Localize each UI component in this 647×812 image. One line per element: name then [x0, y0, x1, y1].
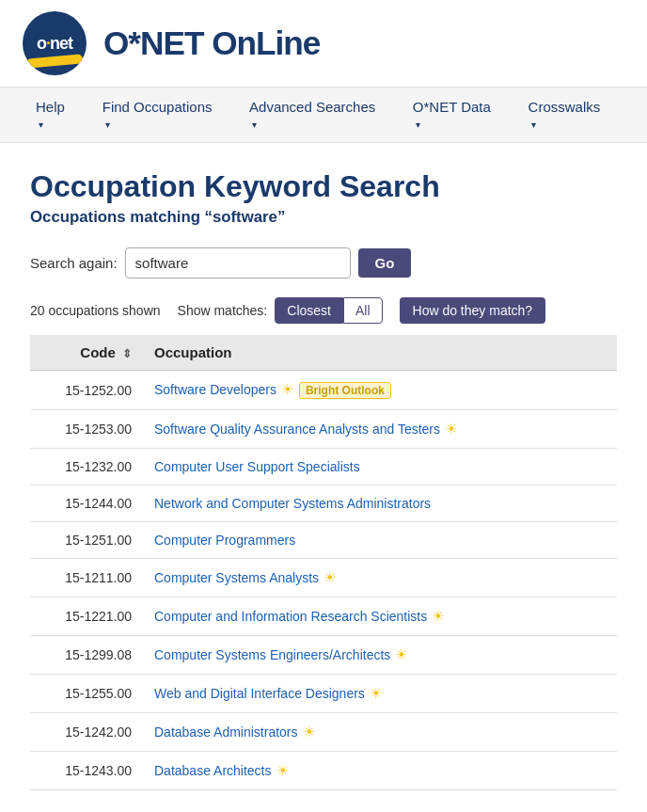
occupation-link[interactable]: Computer User Support Specialists: [154, 459, 360, 474]
nav-crosswalks[interactable]: Crosswalks ▾: [515, 88, 624, 142]
bright-star-icon: ☀: [324, 569, 336, 585]
occupation-link[interactable]: Computer and Information Research Scient…: [154, 609, 427, 624]
col-header-occupation: Occupation: [143, 335, 617, 371]
occupation-name: Computer and Information Research Scient…: [143, 597, 617, 636]
occupation-name: Database Administrators☀: [143, 713, 617, 752]
occupation-code: 15-1243.00: [30, 752, 143, 790]
bright-star-icon: ☀: [432, 608, 444, 624]
occupation-name: Computer Systems Analysts☀: [143, 559, 617, 597]
search-input[interactable]: [125, 247, 351, 279]
occupation-code: 15-1242.00: [30, 713, 143, 752]
occupation-code: 15-1211.00: [30, 559, 143, 597]
nav-help[interactable]: Help ▾: [23, 88, 89, 142]
bright-star-icon: ☀: [276, 762, 289, 778]
controls-row: 20 occupations shown Show matches: Close…: [30, 297, 617, 324]
occupation-link[interactable]: Database Architects: [154, 763, 272, 778]
occupation-link[interactable]: Computer Systems Engineers/Architects: [154, 647, 390, 662]
occupation-code: 15-1221.00: [30, 597, 143, 636]
bright-star-icon: ☀: [281, 381, 293, 397]
table-row: 15-1255.00Web and Digital Interface Desi…: [30, 675, 617, 713]
bright-star-icon: ☀: [445, 421, 457, 437]
table-row: 15-1232.00Computer User Support Speciali…: [30, 449, 617, 486]
table-row: 15-1221.00Computer and Information Resea…: [30, 597, 617, 636]
occupation-link[interactable]: Software Developers: [154, 382, 276, 397]
chevron-down-icon: ▾: [39, 119, 43, 130]
occupation-code: 15-1244.00: [30, 486, 143, 522]
bright-outlook-badge: Bright Outlook: [299, 382, 391, 399]
occupation-link[interactable]: Web and Digital Interface Designers: [154, 686, 365, 701]
go-button[interactable]: Go: [358, 248, 412, 278]
how-do-they-match-button[interactable]: How do they match?: [400, 297, 546, 324]
sort-icon[interactable]: ⇕: [122, 347, 132, 360]
closest-button[interactable]: Closest: [275, 297, 343, 324]
occupation-code: 15-1252.00: [30, 371, 143, 410]
col-header-code: Code ⇕: [30, 335, 143, 371]
occupation-name: Computer User Support Specialists: [143, 449, 617, 486]
occupation-name: Database Architects☀: [143, 752, 617, 790]
occupation-name: Software Developers☀Bright Outlook: [143, 371, 617, 410]
table-row: 15-1242.00Database Administrators☀: [30, 713, 617, 752]
site-title: O*NET OnLine: [103, 24, 320, 62]
site-logo: o·net: [23, 11, 87, 75]
occupation-name: Computer Systems Engineers/Architects☀: [143, 636, 617, 675]
table-row: 15-1251.00Computer Programmers: [30, 522, 617, 559]
page-subtitle: Occupations matching “software”: [30, 208, 617, 227]
logo-text: o·net: [37, 35, 72, 52]
bright-star-icon: ☀: [370, 685, 382, 701]
table-row: 15-1243.00Database Architects☀: [30, 752, 617, 790]
occupation-code: 15-1299.08: [30, 636, 143, 675]
occupation-code: 15-1251.00: [30, 522, 143, 559]
all-button[interactable]: All: [343, 297, 383, 324]
page-title: Occupation Keyword Search: [30, 169, 617, 204]
search-row: Search again: Go: [30, 247, 617, 279]
occupation-code: 15-1255.00: [30, 675, 143, 713]
main-content: Occupation Keyword Search Occupations ma…: [0, 143, 647, 812]
site-header: o·net O*NET OnLine: [0, 0, 647, 88]
table-row: 15-1244.00Network and Computer Systems A…: [30, 486, 617, 522]
occupation-name: Web and Digital Interface Designers☀: [143, 675, 617, 713]
nav-find-occupations[interactable]: Find Occupations ▾: [89, 88, 236, 142]
chevron-down-icon: ▾: [416, 119, 420, 130]
table-row: 15-1211.00Computer Systems Analysts☀: [30, 559, 617, 597]
match-btn-group: Closest All: [275, 297, 382, 324]
occupation-link[interactable]: Computer Programmers: [154, 533, 295, 548]
show-matches-label: Show matches: Closest All: [178, 297, 383, 324]
occupation-link[interactable]: Database Administrators: [154, 724, 298, 740]
occupations-count: 20 occupations shown: [30, 303, 161, 318]
occupation-name: Software Quality Assurance Analysts and …: [143, 410, 617, 449]
show-matches-text: Show matches:: [178, 303, 268, 318]
table-row: 15-1253.00Software Quality Assurance Ana…: [30, 410, 617, 449]
occupation-name: Network and Computer Systems Administrat…: [143, 486, 617, 522]
occupation-link[interactable]: Computer Systems Analysts: [154, 570, 319, 585]
results-table: Code ⇕ Occupation 15-1252.00Software Dev…: [30, 335, 617, 790]
chevron-down-icon: ▾: [531, 119, 536, 130]
nav-onet-data[interactable]: O*NET Data ▾: [400, 88, 515, 142]
logo-ribbon: [26, 54, 84, 68]
search-label: Search again:: [30, 255, 118, 271]
bright-star-icon: ☀: [395, 646, 407, 662]
occupation-link[interactable]: Network and Computer Systems Administrat…: [154, 496, 431, 511]
table-row: 15-1252.00Software Developers☀Bright Out…: [30, 371, 617, 410]
table-header-row: Code ⇕ Occupation: [30, 335, 617, 371]
occupation-code: 15-1232.00: [30, 449, 143, 486]
occupation-name: Computer Programmers: [143, 522, 617, 559]
occupation-code: 15-1253.00: [30, 410, 143, 449]
chevron-down-icon: ▾: [105, 119, 110, 130]
nav-advanced-searches[interactable]: Advanced Searches ▾: [236, 88, 400, 142]
bright-star-icon: ☀: [303, 724, 315, 740]
table-row: 15-1299.08Computer Systems Engineers/Arc…: [30, 636, 617, 675]
main-nav: Help ▾ Find Occupations ▾ Advanced Searc…: [0, 88, 647, 143]
chevron-down-icon: ▾: [252, 119, 257, 130]
occupation-link[interactable]: Software Quality Assurance Analysts and …: [154, 422, 440, 437]
